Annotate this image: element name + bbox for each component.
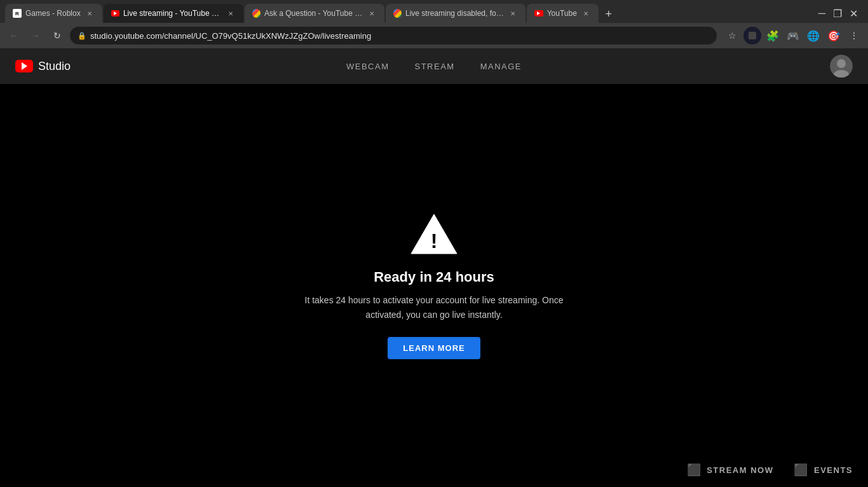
tab-livestreaming-label: Live streaming - YouTube Stud — [123, 9, 222, 18]
tab-ask-question-label: Ask a Question - YouTube Con — [264, 9, 363, 18]
lock-icon: 🔒 — [78, 32, 86, 40]
tab-ask-question-close[interactable]: ✕ — [367, 8, 377, 18]
stream-now-label: STREAM NOW — [707, 465, 773, 475]
events-icon: ⬛ — [794, 463, 809, 477]
svg-rect-0 — [749, 32, 756, 39]
tab-livestreaming-disabled-label: Live streaming disabled, for ho — [405, 9, 504, 18]
tab-livestreaming[interactable]: Live streaming - YouTube Stud ✕ — [104, 4, 243, 23]
yt-studio-wordmark: Studio — [38, 60, 71, 73]
window-controls: ─ ❐ ✕ — [813, 4, 863, 23]
back-button[interactable]: ← — [5, 27, 23, 45]
close-window-button[interactable]: ✕ — [850, 8, 858, 20]
yt-favicon-1 — [111, 10, 119, 17]
ready-title: Ready in 24 hours — [374, 269, 494, 285]
url-bar[interactable]: 🔒 studio.youtube.com/channel/UC_O79vQ51k… — [70, 27, 717, 45]
tab-ask-question[interactable]: Ask a Question - YouTube Con ✕ — [245, 4, 384, 23]
yt-studio-header: Studio WEBCAM STREAM MANAGE — [0, 48, 868, 84]
user-avatar[interactable] — [830, 55, 853, 78]
nav-stream[interactable]: STREAM — [414, 57, 454, 76]
forward-button[interactable]: → — [27, 27, 44, 45]
extension-icon-3[interactable]: 🎮 — [784, 27, 802, 45]
extension-icon-4[interactable]: 🌐 — [804, 27, 822, 45]
toolbar-icons: ☆ 🧩 🎮 🌐 🎯 ⋮ — [723, 27, 863, 45]
address-bar: ← → ↻ 🔒 studio.youtube.com/channel/UC_O7… — [0, 23, 868, 48]
minimize-button[interactable]: ─ — [818, 8, 825, 19]
url-text: studio.youtube.com/channel/UC_O79vQ51kzU… — [90, 31, 371, 41]
main-content: ! Ready in 24 hours It takes 24 hours to… — [0, 84, 868, 487]
bottom-bar: ⬛ STREAM NOW ⬛ EVENTS — [672, 453, 868, 487]
google-favicon-2 — [393, 9, 402, 18]
tab-roblox-close[interactable]: ✕ — [85, 8, 95, 18]
tab-livestreaming-disabled-close[interactable]: ✕ — [508, 8, 518, 18]
yt-favicon-2 — [534, 10, 543, 17]
tab-roblox[interactable]: R Games - Roblox ✕ — [5, 4, 102, 23]
stream-now-action[interactable]: ⬛ STREAM NOW — [687, 463, 774, 477]
tab-youtube[interactable]: YouTube ✕ — [527, 4, 599, 23]
tab-roblox-label: Games - Roblox — [25, 9, 81, 18]
svg-point-2 — [837, 59, 846, 68]
yt-nav: WEBCAM STREAM MANAGE — [346, 57, 522, 76]
bookmark-button[interactable]: ☆ — [723, 27, 741, 45]
events-label: EVENTS — [814, 465, 853, 475]
events-action[interactable]: ⬛ EVENTS — [794, 463, 853, 477]
yt-logo-icon — [15, 60, 33, 72]
tab-youtube-close[interactable]: ✕ — [581, 8, 591, 18]
extension-icon-5[interactable]: 🎯 — [825, 27, 843, 45]
more-options-button[interactable]: ⋮ — [845, 27, 863, 45]
extension-icon-2[interactable]: 🧩 — [764, 27, 782, 45]
reload-button[interactable]: ↻ — [48, 27, 66, 45]
ready-description: It takes 24 hours to activate your accou… — [294, 293, 574, 322]
tab-youtube-label: YouTube — [547, 9, 577, 18]
warning-icon: ! — [409, 212, 459, 256]
nav-webcam[interactable]: WEBCAM — [346, 57, 390, 76]
nav-manage[interactable]: MANAGE — [480, 57, 522, 76]
tab-livestreaming-close[interactable]: ✕ — [226, 8, 236, 18]
svg-text:!: ! — [431, 230, 438, 252]
extension-icon-1[interactable] — [743, 27, 761, 45]
yt-studio-logo[interactable]: Studio — [15, 60, 71, 73]
tab-bar: R Games - Roblox ✕ Live streaming - YouT… — [0, 0, 868, 23]
roblox-favicon: R — [13, 9, 22, 18]
google-favicon-1 — [252, 9, 261, 18]
maximize-button[interactable]: ❐ — [833, 8, 842, 20]
tab-livestreaming-disabled[interactable]: Live streaming disabled, for ho ✕ — [386, 4, 526, 23]
new-tab-button[interactable]: + — [600, 5, 618, 23]
yt-play-triangle — [22, 62, 27, 70]
learn-more-button[interactable]: LEARN MORE — [388, 337, 480, 359]
stream-now-icon: ⬛ — [687, 463, 702, 477]
